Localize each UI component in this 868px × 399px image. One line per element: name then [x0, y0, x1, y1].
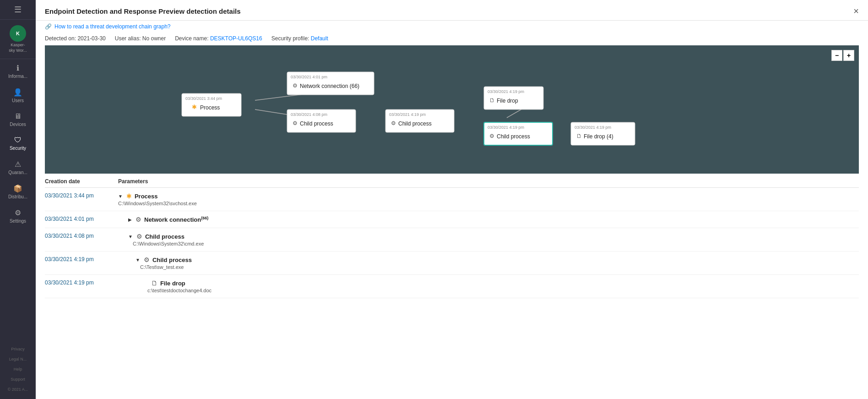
svg-text:03/30/2021 4:08 pm: 03/30/2021 4:08 pm	[291, 112, 327, 117]
event-path: C:\Windows\System32\svchost.exe	[118, 201, 859, 206]
expand-icon[interactable]: ▶	[128, 217, 132, 222]
svg-text:Process: Process	[200, 104, 220, 111]
sidebar-item-security[interactable]: 🛡 Security	[0, 131, 36, 155]
devices-icon: 🖥	[14, 112, 22, 120]
event-date: 03/30/2021 4:08 pm	[45, 233, 118, 239]
security-profile-link[interactable]: Default	[311, 35, 328, 42]
expand-icon[interactable]: ▼	[128, 234, 133, 239]
device-name-label: Device name: DESKTOP-UL6QS16	[175, 35, 262, 42]
graph-node-process[interactable]: 03/30/2021 3:44 pm ✱ Process	[182, 93, 241, 116]
event-label: Child process	[145, 233, 184, 240]
tree-item-child1: ▼ ⚙ Child process	[118, 233, 859, 240]
threat-graph: 03/30/2021 3:44 pm ✱ Process 03/30/2021 …	[45, 45, 859, 174]
graph-node-network[interactable]: 03/30/2021 4:01 pm ⚙ Network connection …	[287, 72, 374, 95]
event-date: 03/30/2021 4:19 pm	[45, 279, 118, 286]
sidebar-item-users[interactable]: 👤 Users	[0, 83, 36, 108]
logo-circle: K	[10, 25, 26, 42]
svg-text:03/30/2021 3:44 pm: 03/30/2021 3:44 pm	[185, 96, 222, 101]
sidebar-item-distribution[interactable]: 📦 Distribu...	[0, 180, 36, 204]
hamburger-icon[interactable]: ☰	[14, 5, 22, 15]
svg-text:03/30/2021 4:19 pm: 03/30/2021 4:19 pm	[389, 112, 426, 117]
sidebar-logo: K Kasper-sky Wor...	[0, 20, 36, 59]
help-link[interactable]: How to read a threat development chain g…	[54, 23, 171, 30]
tree-item-process: ▼ ✱ Process	[118, 192, 859, 200]
sidebar-item-settings[interactable]: ⚙ Settings	[0, 204, 36, 228]
sidebar: ☰ K Kasper-sky Wor... ℹ Informa... 👤 Use…	[0, 0, 36, 399]
gear-icon: ⚙	[144, 256, 150, 263]
sidebar-legal[interactable]: Legal N...	[0, 354, 36, 364]
event-date: 03/30/2021 4:01 pm	[45, 216, 118, 222]
sidebar-item-label: Distribu...	[8, 194, 27, 199]
device-name-link[interactable]: DESKTOP-UL6QS16	[210, 35, 262, 42]
sidebar-item-label: Devices	[10, 122, 26, 127]
main-panel: Endpoint Detection and Response Preview …	[36, 0, 868, 399]
graph-node-filedrop2[interactable]: 03/30/2021 4:19 pm 🗋 File drop (4)	[571, 122, 635, 145]
graph-node-child2[interactable]: 03/30/2021 4:19 pm ⚙ Child process	[385, 109, 454, 132]
zoom-out-button[interactable]: −	[831, 50, 842, 61]
sidebar-item-label: Informa...	[8, 74, 27, 79]
event-path: c:\test\testdoctochange4.doc	[147, 288, 859, 293]
event-content: ▼ ⚙ Child process C:\Windows\System32\cm…	[118, 233, 859, 246]
event-label: File drop	[160, 280, 185, 287]
network-icon: ⚙	[136, 216, 141, 223]
graph-node-filedrop1[interactable]: 03/30/2021 4:19 pm 🗋 File drop	[484, 87, 543, 109]
sidebar-privacy[interactable]: Privacy	[0, 344, 36, 354]
list-item: 03/30/2021 4:01 pm ▶ ⚙ Network connectio…	[45, 211, 859, 228]
quarantine-icon: ⚠	[15, 160, 21, 169]
event-path: C:\Windows\System32\cmd.exe	[133, 241, 859, 246]
security-icon: 🛡	[14, 136, 22, 144]
zoom-in-button[interactable]: +	[843, 50, 854, 61]
col-header-date: Creation date	[45, 178, 118, 185]
svg-text:Child process: Child process	[497, 133, 530, 140]
sidebar-item-label: Settings	[10, 219, 26, 224]
event-date: 03/30/2021 3:44 pm	[45, 192, 118, 199]
sidebar-support[interactable]: Support	[0, 374, 36, 384]
user-alias-value: No owner	[142, 35, 166, 42]
event-date: 03/30/2021 4:19 pm	[45, 256, 118, 262]
sidebar-copyright: © 2021 A...	[0, 384, 36, 394]
panel-title: Endpoint Detection and Response Preview …	[45, 7, 241, 15]
list-item: 03/30/2021 4:19 pm ▼ ⚙ Child process C:\…	[45, 251, 859, 275]
user-alias-label: User alias: No owner	[115, 35, 166, 42]
sidebar-item-information[interactable]: ℹ Informa...	[0, 59, 36, 83]
svg-text:File drop: File drop	[497, 98, 518, 104]
event-content: ▶ ⚙ Network connection(66)	[118, 216, 859, 223]
logo-text: Kasper-sky Wor...	[9, 43, 27, 53]
svg-text:Network connection (66): Network connection (66)	[300, 83, 359, 89]
file-drop-icon: 🗋	[151, 279, 157, 287]
event-path: C:\Test\sw_test.exe	[140, 264, 859, 270]
sidebar-item-label: Users	[12, 98, 24, 103]
graph-node-child1[interactable]: 03/30/2021 4:08 pm ⚙ Child process	[287, 109, 356, 132]
svg-text:Child process: Child process	[300, 120, 333, 127]
expand-icon[interactable]: ▼	[136, 257, 140, 262]
tree-item-network: ▶ ⚙ Network connection(66)	[118, 216, 859, 223]
graph-node-child3[interactable]: 03/30/2021 4:19 pm ⚙ Child process	[484, 122, 553, 145]
detected-on-label: Detected on: 2021-03-30	[45, 35, 106, 42]
sidebar-item-quarantine[interactable]: ⚠ Quaran...	[0, 155, 36, 180]
event-list: Creation date Parameters 03/30/2021 3:44…	[36, 174, 868, 399]
tree-item-child2: ▼ ⚙ Child process	[118, 256, 859, 263]
svg-text:⚙: ⚙	[293, 120, 298, 126]
svg-text:03/30/2021 4:01 pm: 03/30/2021 4:01 pm	[291, 75, 327, 79]
svg-text:🗋: 🗋	[576, 133, 582, 139]
panel-help-row: 🔗 How to read a threat development chain…	[36, 21, 868, 33]
event-label: Process	[135, 193, 158, 200]
sidebar-item-label: Security	[10, 146, 26, 151]
settings-icon: ⚙	[15, 208, 21, 217]
expand-icon[interactable]: ▼	[118, 194, 123, 199]
close-button[interactable]: ×	[853, 6, 859, 16]
svg-text:✱: ✱	[192, 104, 197, 110]
gear-icon: ⚙	[136, 233, 142, 240]
process-icon: ✱	[126, 192, 132, 200]
list-item: 03/30/2021 4:19 pm ▼ 🗋 File drop c:\test…	[45, 275, 859, 298]
tree-item-filedrop: ▼ 🗋 File drop	[118, 279, 859, 287]
sidebar-help[interactable]: Help	[0, 364, 36, 374]
detection-panel: Endpoint Detection and Response Preview …	[36, 0, 868, 399]
sidebar-item-devices[interactable]: 🖥 Devices	[0, 108, 36, 131]
sidebar-header: ☰	[0, 0, 36, 20]
distribution-icon: 📦	[13, 184, 22, 193]
event-content: ▼ ⚙ Child process C:\Test\sw_test.exe	[118, 256, 859, 270]
list-header: Creation date Parameters	[45, 174, 859, 188]
sidebar-item-label: Quaran...	[8, 170, 27, 175]
sidebar-bottom: Privacy Legal N... Help Support © 2021 A…	[0, 344, 36, 399]
